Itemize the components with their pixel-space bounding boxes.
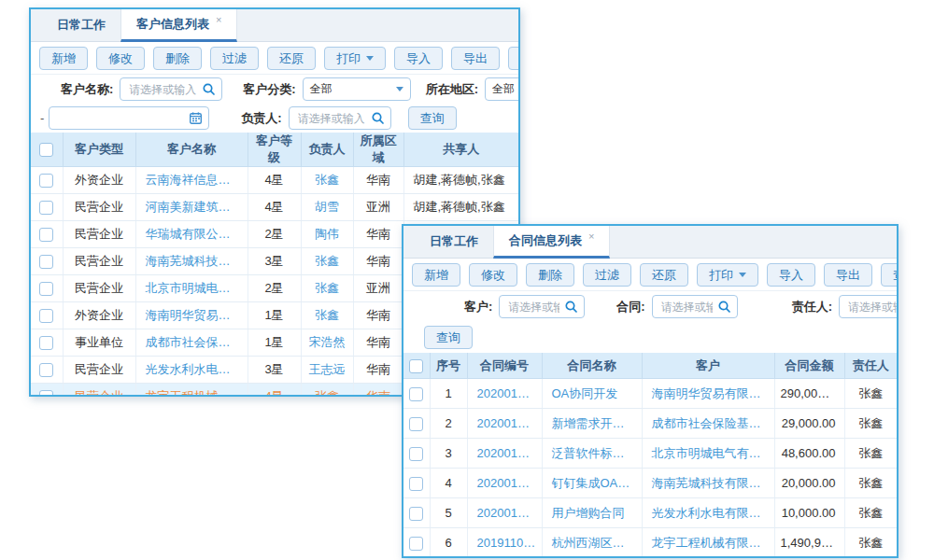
cell-customer[interactable]: 海南明华贸易有限公司 xyxy=(642,379,774,409)
cell-name[interactable]: 龙宇工程机械有限公司 xyxy=(135,384,248,398)
export-button[interactable]: 导出 xyxy=(451,47,500,70)
table-row[interactable]: 12020010005OA协同开发海南明华贸易有限公司290,000.00张鑫 xyxy=(403,379,897,409)
cell-contract-no[interactable]: 2019110002 xyxy=(467,528,542,558)
view-log-button[interactable]: 查看日志 xyxy=(508,47,520,70)
row-checkbox[interactable] xyxy=(39,201,53,215)
row-checkbox[interactable] xyxy=(39,228,53,242)
cell-contract-name[interactable]: 钉钉集成OA办公 xyxy=(542,469,642,498)
cell-contract-name[interactable]: 杭州西湖区广电... xyxy=(542,528,642,558)
tab-daily-work[interactable]: 日常工作 xyxy=(415,226,493,258)
owner-input[interactable] xyxy=(289,106,391,130)
table-row[interactable]: 62019110002杭州西湖区广电...龙宇工程机械有限公司1,490,90.… xyxy=(403,528,897,558)
region-select[interactable]: 全部 xyxy=(485,77,518,101)
table-row[interactable]: 42020010001钉钉集成OA办公海南芜城科技有限公司20,000.00张鑫 xyxy=(403,469,897,498)
cell-customer[interactable]: 龙宇工程机械有限公司 xyxy=(642,528,774,558)
row-checkbox[interactable] xyxy=(409,507,423,521)
tab-daily-work[interactable]: 日常工作 xyxy=(42,9,120,41)
cell-name[interactable]: 云南海祥信息有限公司 xyxy=(135,167,248,194)
cell-name[interactable]: 光发水利水电有限公司 xyxy=(135,357,248,384)
customer-name-input[interactable] xyxy=(120,77,222,101)
row-checkbox[interactable] xyxy=(39,174,53,188)
print-button[interactable]: 打印 xyxy=(324,47,386,70)
cell-customer[interactable]: 光发水利水电有限公司 xyxy=(642,498,774,528)
chevron-down-icon[interactable] xyxy=(396,87,403,91)
table-row[interactable]: 外资企业云南海祥信息有限公司4星张鑫华南胡建,蒋德帧,张鑫 xyxy=(31,167,518,194)
cell-owner[interactable]: 张鑫 xyxy=(301,248,353,275)
row-checkbox[interactable] xyxy=(39,255,53,269)
cell-contract-no[interactable]: 2020010002 xyxy=(467,498,542,528)
close-icon[interactable]: × xyxy=(588,231,594,242)
print-button[interactable]: 打印 xyxy=(697,263,758,287)
row-checkbox[interactable] xyxy=(39,282,53,296)
cell-name[interactable]: 河南美新建筑工程公司 xyxy=(135,194,248,221)
search-icon[interactable] xyxy=(372,112,384,124)
customer-filter-input[interactable] xyxy=(499,295,585,318)
filter-button[interactable]: 过滤 xyxy=(583,263,631,287)
table-row[interactable]: 32020010004泛普软件标准版...北京市明城电气有限...48,600.… xyxy=(403,439,897,469)
filter-button[interactable]: 过滤 xyxy=(210,47,259,70)
cell-contract-no[interactable]: 2020010005 xyxy=(467,379,542,409)
cell-name[interactable]: 华瑞城有限公司广告... xyxy=(135,221,248,248)
cell-contract-no[interactable]: 2020010003 xyxy=(467,409,542,439)
row-checkbox[interactable] xyxy=(39,390,53,397)
cell-name[interactable]: 海南芜城科技有限公司 xyxy=(135,248,248,275)
cell-contract-no[interactable]: 2020010004 xyxy=(467,439,542,469)
cell-customer[interactable]: 北京市明城电气有限... xyxy=(642,439,774,469)
row-checkbox[interactable] xyxy=(409,387,423,401)
select-all-checkbox[interactable] xyxy=(39,143,53,157)
cell-owner[interactable]: 胡雪 xyxy=(301,194,353,221)
search-icon[interactable] xyxy=(718,301,730,313)
row-checkbox[interactable] xyxy=(409,477,423,491)
cell-contract-name[interactable]: 新增需求开发合同 xyxy=(542,409,642,439)
cell-owner[interactable]: 张鑫 xyxy=(301,167,353,194)
edit-button[interactable]: 修改 xyxy=(96,47,145,70)
row-checkbox[interactable] xyxy=(39,336,53,350)
search-icon[interactable] xyxy=(203,83,215,95)
cell-name[interactable]: 成都市社会保险基金... xyxy=(135,329,248,357)
import-button[interactable]: 导入 xyxy=(394,47,443,70)
export-button[interactable]: 导出 xyxy=(824,263,872,287)
cell-name[interactable]: 海南明华贸易有限公司 xyxy=(135,302,248,329)
close-icon[interactable]: × xyxy=(216,14,221,25)
restore-button[interactable]: 还原 xyxy=(640,263,688,287)
calendar-icon[interactable] xyxy=(190,112,202,124)
tab-customer-list[interactable]: 客户信息列表 × xyxy=(120,9,237,42)
add-button[interactable]: 新增 xyxy=(412,263,460,287)
customer-category-select[interactable]: 全部 xyxy=(303,77,411,101)
cell-name[interactable]: 北京市明城电气有限... xyxy=(135,275,248,302)
date-input[interactable] xyxy=(49,106,209,130)
cell-customer[interactable]: 成都市社会保险基金... xyxy=(642,409,774,439)
cell-contract-no[interactable]: 2020010001 xyxy=(467,469,542,498)
table-row[interactable]: 52020010002用户增购合同光发水利水电有限公司10,000.00张鑫 xyxy=(403,498,897,528)
search-icon[interactable] xyxy=(565,301,577,313)
select-all-checkbox[interactable] xyxy=(409,359,423,373)
view-log-button[interactable]: 查看日志 xyxy=(881,263,899,287)
cell-owner[interactable]: 宋浩然 xyxy=(301,329,353,357)
delete-button[interactable]: 删除 xyxy=(153,47,202,70)
tab-contract-list[interactable]: 合同信息列表 × xyxy=(493,226,610,259)
owner-filter-input[interactable] xyxy=(839,295,897,318)
cell-owner[interactable]: 张鑫 xyxy=(301,275,353,302)
row-checkbox[interactable] xyxy=(39,363,53,377)
import-button[interactable]: 导入 xyxy=(767,263,815,287)
edit-button[interactable]: 修改 xyxy=(469,263,517,287)
cell-owner[interactable]: 王志远 xyxy=(301,357,353,384)
delete-button[interactable]: 删除 xyxy=(526,263,574,287)
table-row[interactable]: 22020010003新增需求开发合同成都市社会保险基金...29,000.00… xyxy=(403,409,897,439)
cell-owner[interactable]: 张鑫 xyxy=(301,302,353,329)
restore-button[interactable]: 还原 xyxy=(267,47,316,70)
row-checkbox[interactable] xyxy=(409,537,423,551)
row-checkbox[interactable] xyxy=(409,447,423,461)
row-checkbox[interactable] xyxy=(39,309,53,323)
query-button[interactable]: 查询 xyxy=(424,326,473,349)
contract-filter-input[interactable] xyxy=(652,295,738,318)
row-checkbox[interactable] xyxy=(409,417,423,431)
cell-contract-name[interactable]: 泛普软件标准版... xyxy=(542,439,642,469)
table-row[interactable]: 民营企业河南美新建筑工程公司4星胡雪亚洲胡建,蒋德帧,张鑫 xyxy=(31,194,518,221)
cell-owner[interactable]: 陶伟 xyxy=(301,221,353,248)
cell-owner[interactable]: 张鑫 xyxy=(301,384,353,398)
add-button[interactable]: 新增 xyxy=(39,47,88,70)
query-button[interactable]: 查询 xyxy=(408,106,457,130)
cell-contract-name[interactable]: 用户增购合同 xyxy=(542,498,642,528)
cell-contract-name[interactable]: OA协同开发 xyxy=(542,379,642,409)
